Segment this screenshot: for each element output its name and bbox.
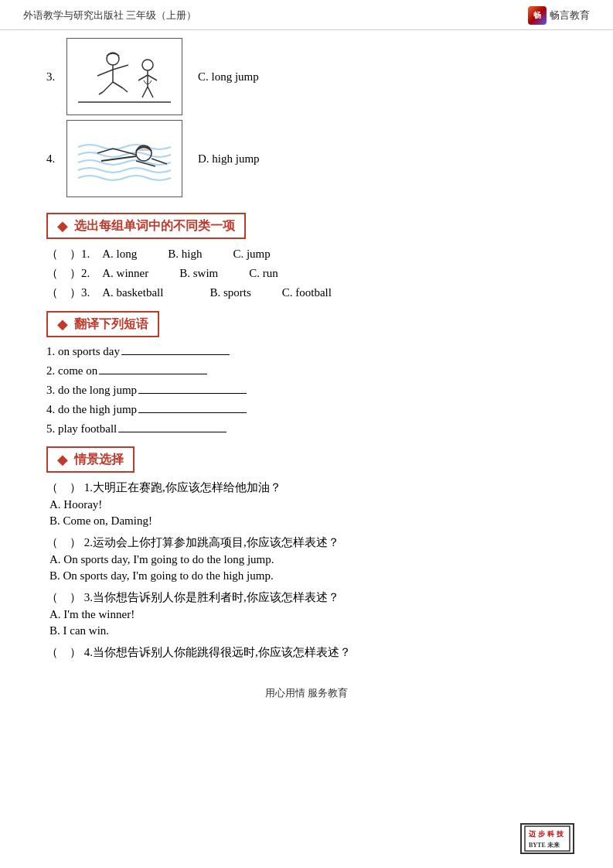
scenario-q1-row: （ ） 1.大明正在赛跑,你应该怎样给他加油？ [46,480,567,495]
item-num-4: 4. [46,152,60,166]
section2-bullet: ◆ [57,316,68,333]
q2-num: 2. [81,267,90,280]
q2-options: A. winner B. swim C. run [102,267,278,280]
translate-5: 5. play football [46,422,567,436]
section1-q3: （ ） 3. A. basketball B. sports C. footba… [46,285,567,300]
translate-3: 3. do the long jump [46,384,567,397]
section1-q1: （ ） 1. A. long B. high C. jump [46,247,567,261]
image-box-4 [66,120,182,197]
logo-text: 畅言教育 [550,9,590,22]
svg-line-12 [148,75,157,80]
section2-items: 1. on sports day 2. come on 3. do the lo… [46,345,567,436]
q3-optB: B. sports [209,286,250,299]
q1-options: A. long B. high C. jump [102,248,271,261]
item-4-option: D. high jump [198,152,260,166]
translate-1-blank [121,354,230,355]
translate-4-blank [138,412,247,413]
section3-questions: （ ） 1.大明正在赛跑,你应该怎样给他加油？ A. Hooray! B. Co… [46,480,567,660]
header-logo: 畅 畅言教育 [528,6,590,25]
translate-5-text: 5. play football [46,422,117,435]
footer-logo-svg: 迈 步 科 技 BYTE 未来 [524,825,570,852]
svg-text:科: 科 [547,830,555,838]
section2-header: ◆ 翻译下列短语 [46,311,567,337]
section3-header: ◆ 情景选择 [46,446,567,473]
q1-optA: A. long [102,248,137,261]
scenario-q4-text: 4.当你想告诉别人你能跳得很远时,你应该怎样表述？ [84,646,351,658]
scenario-q4-bracket: （ ） [46,646,81,658]
q3-bracket: （ ） [46,285,81,300]
q2-optC: C. run [249,267,278,280]
svg-line-8 [123,88,128,92]
scenario-q3-bracket: （ ） [46,591,81,603]
section1-box: ◆ 选出每组单词中的不同类一项 [46,213,246,239]
svg-line-14 [148,87,153,97]
section3-title: 情景选择 [74,452,124,468]
scenario-q3-text: 3.当你想告诉别人你是胜利者时,你应该怎样表述？ [84,591,339,603]
q1-num: 1. [81,248,90,261]
footer-logo-box: 迈 步 科 技 BYTE 未来 [520,823,574,854]
swimming-svg [70,124,179,193]
image-box-3 [66,38,182,115]
longjump-svg [70,42,179,111]
q2-bracket: （ ） [46,266,81,281]
svg-text:BYTE: BYTE [529,842,546,849]
q3-num: 3. [81,286,90,299]
svg-line-18 [97,149,113,153]
page-footer: 用心用情 服务教育 [0,686,613,708]
svg-line-7 [99,92,103,94]
section1-q2: （ ） 2. A. winner B. swim C. run [46,266,567,281]
item-num-3: 3. [46,70,60,84]
section1-header: ◆ 选出每组单词中的不同类一项 [46,213,567,239]
svg-text:迈: 迈 [528,829,536,838]
image-section: 3. [46,38,567,202]
svg-text:技: 技 [556,830,564,838]
section1-questions: （ ） 1. A. long B. high C. jump （ ） 2. A.… [46,247,567,300]
svg-line-11 [138,75,148,80]
page-header: 外语教学与研究出版社 三年级（上册） 畅 畅言教育 [0,0,613,30]
scenario-q3-optA: A. I'm the winner! [46,608,567,621]
translate-1-text: 1. on sports day [46,345,120,357]
section2-title: 翻译下列短语 [74,316,148,333]
translate-3-text: 3. do the long jump [46,384,137,396]
scenario-q2-bracket: （ ） [46,536,81,548]
image-row-3: 3. [46,38,567,115]
svg-line-20 [152,159,167,164]
translate-4: 4. do the high jump [46,403,567,416]
svg-line-6 [113,82,123,88]
footer-text: 用心用情 服务教育 [265,687,348,699]
q1-optB: B. high [168,248,202,261]
translate-2: 2. come on [46,364,567,378]
q3-optC: C. football [282,286,332,299]
header-title: 外语教学与研究出版社 三年级（上册） [23,9,196,22]
translate-2-blank [99,374,207,374]
svg-text:步: 步 [538,830,546,838]
q3-options: A. basketball B. sports C. football [102,286,332,299]
image-row-4: 4. [46,120,567,197]
translate-2-text: 2. come on [46,364,97,377]
section1-bullet: ◆ [57,217,68,234]
item-3-option: C. long jump [198,70,259,84]
scenario-q1-bracket: （ ） [46,481,81,494]
scenario-q1-text: 1.大明正在赛跑,你应该怎样给他加油？ [84,481,281,494]
q3-optA: A. basketball [102,286,163,299]
section3-bullet: ◆ [57,451,68,468]
main-content: 3. [0,30,613,678]
svg-line-5 [103,82,113,92]
scenario-q3-row: （ ） 3.当你想告诉别人你是胜利者时,你应该怎样表述？ [46,590,567,605]
section3-box: ◆ 情景选择 [46,446,135,473]
section1-title: 选出每组单词中的不同类一项 [74,218,235,234]
translate-3-blank [138,393,247,394]
scenario-q2-optA: A. On sports day, I'm going to do the lo… [46,553,567,566]
logo-icon: 畅 [528,6,547,25]
scenario-q1-optA: A. Hooray! [46,498,567,511]
q1-optC: C. jump [233,248,270,261]
svg-text:未来: 未来 [547,842,560,849]
svg-line-4 [113,65,128,70]
svg-line-13 [142,87,148,97]
q2-optA: A. winner [102,267,148,280]
scenario-q3-optB: B. I can win. [46,624,567,637]
svg-line-17 [113,149,136,155]
q1-bracket: （ ） [46,247,81,261]
scenario-q2-row: （ ） 2.运动会上你打算参加跳高项目,你应该怎样表述？ [46,535,567,550]
scenario-q2-text: 2.运动会上你打算参加跳高项目,你应该怎样表述？ [84,536,339,548]
